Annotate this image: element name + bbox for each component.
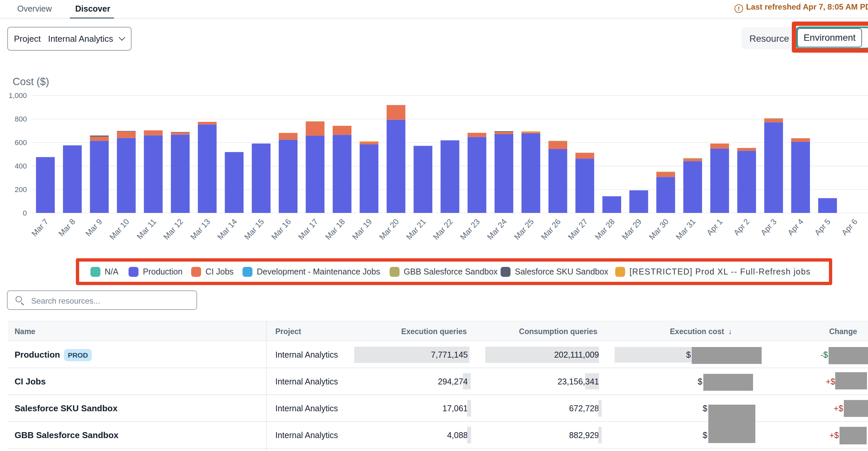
svg-text:Mar 31: Mar 31 — [674, 217, 697, 241]
svg-text:Mar 9: Mar 9 — [84, 217, 104, 238]
svg-text:Apr 5: Apr 5 — [813, 217, 832, 237]
svg-text:Mar 7: Mar 7 — [30, 217, 50, 238]
svg-text:Mar 28: Mar 28 — [593, 217, 616, 241]
svg-text:Mar 16: Mar 16 — [269, 217, 292, 241]
svg-text:Mar 11: Mar 11 — [135, 217, 158, 241]
svg-text:Mar 10: Mar 10 — [108, 217, 131, 241]
svg-text:600: 600 — [14, 138, 27, 147]
svg-text:Mar 30: Mar 30 — [647, 217, 670, 241]
svg-text:Mar 19: Mar 19 — [350, 217, 374, 241]
svg-text:Mar 26: Mar 26 — [539, 217, 562, 241]
svg-text:Apr 1: Apr 1 — [705, 217, 724, 237]
svg-text:Mar 18: Mar 18 — [323, 217, 346, 241]
svg-text:200: 200 — [14, 186, 27, 194]
svg-text:400: 400 — [14, 162, 27, 170]
svg-text:Mar 15: Mar 15 — [243, 217, 266, 241]
svg-text:Mar 12: Mar 12 — [162, 217, 185, 241]
svg-text:Apr 4: Apr 4 — [786, 217, 805, 237]
svg-text:Mar 21: Mar 21 — [404, 217, 427, 241]
svg-text:Apr 2: Apr 2 — [732, 217, 751, 237]
svg-text:Mar 25: Mar 25 — [512, 217, 535, 241]
svg-text:Mar 22: Mar 22 — [431, 217, 455, 241]
svg-text:Mar 17: Mar 17 — [297, 217, 320, 241]
svg-text:1,000: 1,000 — [9, 91, 27, 100]
svg-text:Mar 20: Mar 20 — [377, 217, 401, 241]
svg-text:Mar 8: Mar 8 — [57, 217, 77, 238]
svg-text:Mar 29: Mar 29 — [620, 217, 643, 241]
svg-text:Mar 13: Mar 13 — [188, 217, 212, 241]
svg-text:0: 0 — [23, 209, 27, 217]
svg-text:Mar 27: Mar 27 — [566, 217, 589, 241]
svg-text:Mar 23: Mar 23 — [458, 217, 482, 241]
svg-text:Apr 6: Apr 6 — [840, 217, 859, 237]
svg-text:800: 800 — [14, 115, 27, 123]
svg-text:Cost ($): Cost ($) — [12, 76, 49, 88]
svg-text:Mar 24: Mar 24 — [485, 217, 508, 241]
svg-text:Mar 14: Mar 14 — [216, 217, 239, 241]
svg-text:Apr 3: Apr 3 — [759, 217, 778, 237]
